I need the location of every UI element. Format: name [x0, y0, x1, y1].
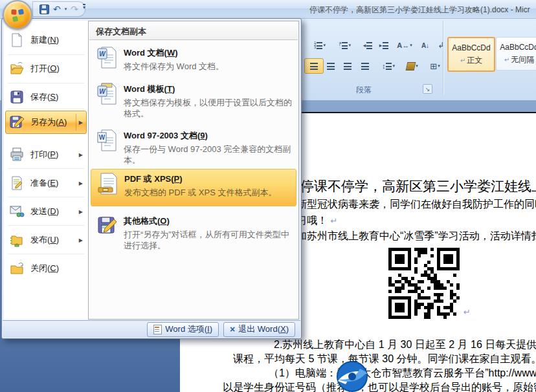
increase-indent-button[interactable]: ▸: [374, 38, 394, 53]
customize-qat-button[interactable]: ▾: [83, 4, 85, 10]
swirl-logo: [331, 360, 374, 392]
exit-word-button[interactable]: × 退出 Word(X): [223, 322, 295, 337]
menu-item-save-as[interactable]: 另存为(A) ▶: [5, 111, 87, 134]
submenu-item-title: Word 文档(W): [124, 46, 294, 59]
submenu-arrow-icon: ▶: [79, 180, 83, 186]
publish-icon: [9, 232, 25, 248]
office-logo-icon: [11, 8, 25, 22]
window-title: 停课不停学，高新区第三小学娄江娃线上学习攻略(1).docx - Micr: [309, 5, 530, 16]
submenu-item-other-formats[interactable]: 其他格式(O) 打开“另存为”对话框，从所有可用文件类型中进行选择。: [91, 212, 296, 252]
title-bar: ↶ ▾ ↷ ▾ 停课不停学，高新区第三小学娄江娃线上学习攻略(1).docx -…: [0, 0, 536, 19]
style-name: ↵无间隔: [504, 54, 534, 65]
menu-item-open[interactable]: 打开(O): [6, 58, 86, 79]
doc-line-pc: （1）电脑端：登录“太仓市智慧教育云服务平台”http://www.: [269, 367, 536, 380]
menu-item-label: 关闭(C): [30, 263, 59, 274]
chevron-down-icon[interactable]: ▾: [65, 6, 67, 12]
office-menu-footer: Word 选项(I) × 退出 Word(X): [3, 320, 300, 338]
menu-item-new[interactable]: 新建(N): [6, 30, 86, 50]
undo-button[interactable]: ↶: [53, 5, 61, 14]
submenu-item-desc: 保存一份与 Word 97-2003 完全兼容的文档副本。: [124, 144, 294, 166]
redo-button[interactable]: ↷: [71, 5, 78, 14]
submenu-item-word-97-2003[interactable]: W Word 97-2003 文档(9) 保存一份与 Word 97-2003 …: [91, 126, 296, 166]
list-lines-icon: [342, 42, 348, 49]
menu-item-save[interactable]: 保存(S): [6, 87, 86, 107]
align-center-icon: [327, 63, 335, 70]
doc-line-virus: 新型冠状病毒来袭，同学们在做好自我防护工作的同时，可以: [296, 198, 536, 212]
office-menu-left-pane: 新建(N) 打开(O) 保存(S) 另存为(A) ▶ 打印(P) ▶: [4, 21, 88, 320]
paragraph-group-label: 段落: [299, 85, 429, 96]
office-button[interactable]: [3, 0, 32, 30]
svg-text:W: W: [99, 88, 106, 95]
doc-line-course: 课程，平均每天 5 节课，每节课 30 分钟。同学们课在家自主观看。登: [233, 353, 536, 366]
menu-item-label: 发布(U): [30, 234, 59, 246]
submenu-item-desc: 打开“另存为”对话框，从所有可用文件类型中进行选择。: [124, 229, 294, 251]
borders-button[interactable]: ⊞ ▾: [423, 58, 447, 74]
doc-line-center: 2.苏州线上教育中心自 1 月 30 日起至 2 月 16 日每天提供小学一至: [274, 338, 536, 352]
menu-item-label: 另存为(A): [30, 116, 67, 128]
style-normal-card[interactable]: AaBbCcDd ↵正文: [447, 37, 495, 72]
open-folder-icon: [9, 61, 25, 76]
pdf-xps-icon: [97, 172, 118, 197]
align-left-icon: [310, 63, 318, 70]
multilevel-list-icon: ai·: [339, 42, 341, 49]
quick-access-toolbar: ↶ ▾ ↷: [32, 1, 85, 17]
other-formats-icon: [96, 214, 117, 239]
increase-indent-icon: ▸: [379, 42, 383, 49]
menu-item-print[interactable]: 打印(P) ▶: [6, 144, 86, 165]
office-menu: 新建(N) 打开(O) 保存(S) 另存为(A) ▶ 打印(P) ▶: [1, 18, 302, 339]
exit-word-label: 退出 Word(X): [238, 323, 289, 335]
style-sample: AaBbCcDd: [452, 43, 490, 52]
chevron-down-icon: ▾: [438, 63, 440, 69]
menu-item-publish[interactable]: 发布(U) ▶: [6, 230, 86, 250]
dialog-launcher-button[interactable]: ↘: [423, 84, 432, 94]
line-spacing-icon: ↕: [382, 62, 386, 70]
submenu-item-desc: 将文件保存为 Word 文档。: [124, 61, 294, 72]
pilcrow-icon: ↵: [460, 57, 465, 64]
menu-item-label: 发送(D): [30, 206, 59, 217]
distribute-icon: [361, 63, 369, 70]
menu-separator: [8, 83, 84, 83]
new-document-icon: [9, 32, 25, 48]
shading-icon: [406, 62, 416, 71]
submenu-item-word-document[interactable]: W Word 文档(W) 将文件保存为 Word 文档。: [91, 43, 296, 74]
doc-line-activity: 加苏州市线上教育中心“冰雪季”学习活动，活动详情扫描二: [296, 230, 536, 243]
sort-icon: A↓: [421, 42, 429, 49]
submenu-item-desc: 将文档保存为模板，以便用于设置以后文档的格式。: [124, 97, 294, 119]
numbered-list-button[interactable]: 123 ▾: [306, 38, 333, 53]
menu-item-close[interactable]: 关闭(C): [6, 258, 86, 279]
print-icon: [9, 147, 25, 162]
menu-item-prepare[interactable]: 准备(E) ▶: [6, 173, 86, 193]
save-icon[interactable]: [39, 5, 49, 14]
submenu-item-word-template[interactable]: W Word 模板(T) 将文档保存为模板，以便用于设置以后文档的格式。: [91, 80, 296, 120]
submenu-item-pdf-xps[interactable]: PDF 或 XPS(P) 发布文档的 PDF 或 XPS 文件格式副本。: [91, 169, 296, 206]
svg-text:W: W: [99, 50, 106, 58]
style-sample: AaBbCcDd: [500, 43, 536, 52]
menu-separator: [8, 168, 84, 169]
asian-layout-icon: A↔: [397, 41, 409, 49]
line-spacing-button[interactable]: ↕ ▾: [375, 58, 401, 74]
submenu-item-title: Word 97-2003 文档(9): [124, 129, 294, 142]
word-97-2003-icon: W: [96, 129, 117, 153]
distribute-button[interactable]: [355, 58, 375, 74]
word-template-icon: W: [96, 82, 117, 107]
submenu-arrow-icon: ▶: [79, 152, 83, 158]
word-options-button[interactable]: Word 选项(I): [147, 322, 219, 337]
asian-layout-button[interactable]: A↔ ▾: [392, 38, 418, 53]
multilevel-list-button[interactable]: ai· ▾: [331, 38, 359, 53]
list-lines-icon: [366, 42, 372, 49]
chevron-down-icon: ▾: [416, 63, 418, 69]
send-icon: [9, 204, 25, 219]
menu-item-send[interactable]: 发送(D) ▶: [6, 201, 86, 222]
style-no-spacing-card[interactable]: AaBbCcDd ↵无间隔: [496, 37, 536, 71]
close-x-icon: ×: [230, 325, 235, 334]
group-separator: [443, 21, 443, 94]
list-lines-icon: [383, 42, 388, 49]
menu-separator: [8, 225, 84, 226]
borders-icon: ⊞: [430, 61, 437, 71]
shading-button[interactable]: ▾: [400, 58, 425, 74]
submenu-item-title: Word 模板(T): [124, 82, 294, 95]
chevron-down-icon: ▾: [392, 63, 395, 69]
submenu-arrow-icon: ▶: [79, 209, 83, 215]
word-options-label: Word 选项(I): [165, 323, 212, 335]
save-as-submenu: 保存文档副本 W Word 文档(W) 将文件保存为 Word 文档。 W Wo…: [88, 21, 299, 320]
